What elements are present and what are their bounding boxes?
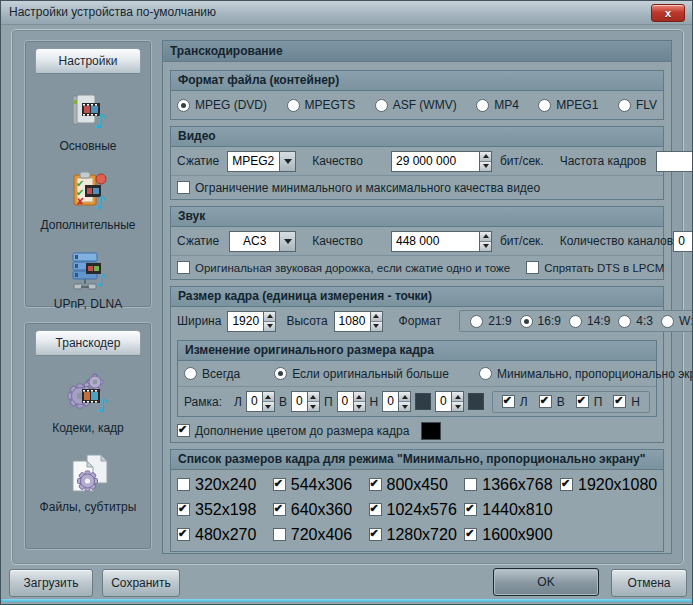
border-bottom-input[interactable]: 0 — [382, 391, 398, 412]
format-option-mp4[interactable]: MP4 — [476, 98, 519, 112]
size-option-1366x768[interactable]: 1366x768 — [464, 475, 560, 494]
size-option-480x270[interactable]: 480x270 — [177, 525, 273, 544]
spin-down-button[interactable] — [264, 322, 275, 331]
aspect-option-21-9[interactable]: 21:9 — [470, 314, 511, 328]
audio-compression-combo[interactable]: AC3 — [229, 231, 296, 252]
spin-down-button[interactable] — [480, 242, 491, 251]
sidebar-item-upnp[interactable]: ♪ UPnP, DLNA — [25, 248, 151, 311]
video-framerate-value[interactable] — [656, 151, 693, 172]
size-option-1600x900[interactable]: 1600x900 — [464, 525, 560, 544]
border-side-bottom-checkbox[interactable]: Н — [613, 395, 640, 409]
close-button[interactable]: x — [651, 4, 685, 22]
spin-up-button[interactable] — [452, 392, 463, 402]
video-compression-combo[interactable]: MPEG2 — [227, 151, 296, 172]
chevron-down-icon[interactable] — [279, 151, 296, 172]
spin-down-button[interactable] — [308, 402, 319, 411]
audio-original-checkbox[interactable]: Оригинальная звуковая дорожка, если сжат… — [177, 261, 510, 274]
cancel-button[interactable]: Отмена — [611, 569, 687, 597]
video-quality-spinner[interactable]: 29 000 000 — [391, 151, 492, 172]
spin-down-button[interactable] — [354, 402, 365, 411]
chevron-down-icon[interactable] — [279, 231, 296, 252]
height-spinner[interactable]: 1080 — [334, 311, 383, 332]
border-right-spinner[interactable]: 0 — [337, 391, 366, 412]
spin-down-button[interactable] — [371, 322, 382, 331]
aspect-option-w-h[interactable]: W:H — [661, 314, 693, 328]
border-left-spinner[interactable]: 0 — [246, 391, 275, 412]
border-top-spinner[interactable]: 0 — [291, 391, 320, 412]
spin-up-button[interactable] — [354, 392, 365, 402]
clipboard-media-icon: ✔ ✔ ✘ ♪ — [65, 169, 111, 215]
border-extra-input[interactable]: 0 — [435, 391, 451, 412]
spin-down-button[interactable] — [452, 402, 463, 411]
audio-dts-checkbox[interactable]: Спрятать DTS в LPCM — [526, 261, 664, 274]
border-top-input[interactable]: 0 — [291, 391, 307, 412]
size-option-352x198[interactable]: 352x198 — [177, 500, 273, 519]
border-bottom-spinner[interactable]: 0 — [382, 391, 411, 412]
sidebar-item-codecs[interactable]: ♪ Кодеки, кадр — [25, 372, 151, 435]
format-option-mpeg-dvd[interactable]: MPEG (DVD) — [177, 98, 267, 112]
border-color-swatch-2[interactable] — [468, 393, 484, 410]
titlebar[interactable]: Настройки устройства по-умолчанию x — [1, 1, 692, 25]
spin-down-button[interactable] — [263, 402, 274, 411]
audio-channels-input[interactable]: 0 — [673, 231, 693, 252]
sidebar-item-files[interactable]: Файлы, субтитры — [25, 451, 151, 514]
spin-up-button[interactable] — [399, 392, 410, 402]
border-side-right-checkbox[interactable]: П — [576, 395, 603, 409]
resize-option-always[interactable]: Всегда — [184, 367, 240, 381]
checkbox-label: П — [594, 395, 603, 409]
spin-up-button[interactable] — [480, 232, 491, 242]
video-compression-value[interactable]: MPEG2 — [227, 151, 279, 172]
size-option-320x240[interactable]: 320x240 — [177, 475, 273, 494]
spin-up-button[interactable] — [263, 392, 274, 402]
border-side-left-checkbox[interactable]: Л — [502, 395, 528, 409]
ok-button[interactable]: OK — [493, 568, 599, 596]
size-option-1280x720[interactable]: 1280x720 — [369, 525, 465, 544]
border-left-input[interactable]: 0 — [246, 391, 262, 412]
size-option-640x360[interactable]: 640x360 — [273, 500, 369, 519]
sidebar-item-additional[interactable]: ✔ ✔ ✘ ♪ Дополнительные — [25, 169, 151, 232]
border-side-top-checkbox[interactable]: В — [539, 395, 565, 409]
size-option-1920x1080[interactable]: 1920x1080 — [560, 475, 657, 494]
resize-option-if-larger[interactable]: Если оригинальный больше — [274, 367, 449, 381]
spin-down-button[interactable] — [399, 402, 410, 411]
video-quality-input[interactable]: 29 000 000 — [391, 151, 479, 172]
spin-down-button[interactable] — [480, 162, 491, 171]
save-button[interactable]: Сохранить — [102, 569, 180, 597]
border-right-input[interactable]: 0 — [337, 391, 353, 412]
spin-up-button[interactable] — [308, 392, 319, 402]
audio-compression-value[interactable]: AC3 — [229, 231, 279, 252]
checkbox-label: Оригинальная звуковая дорожка, если сжат… — [195, 262, 510, 274]
size-option-720x406[interactable]: 720x406 — [273, 525, 369, 544]
video-framerate-combo[interactable] — [656, 151, 693, 172]
border-color-swatch[interactable] — [415, 393, 431, 410]
audio-channels-spinner[interactable]: 0 — [673, 231, 693, 252]
aspect-option-16-9[interactable]: 16:9 — [520, 314, 561, 328]
format-option-flv[interactable]: FLV — [618, 98, 657, 112]
size-option-544x306[interactable]: 544x306 — [273, 475, 369, 494]
format-option-mpeg1[interactable]: MPEG1 — [538, 98, 598, 112]
resize-option-minimal[interactable]: Минимально, пропорционально экрану — [479, 367, 693, 381]
sidebar-tab-settings[interactable]: Настройки — [35, 48, 141, 74]
load-button[interactable]: Загрузить — [9, 569, 93, 597]
border-extra-spinner[interactable]: 0 — [435, 391, 464, 412]
size-option-1440x810[interactable]: 1440x810 — [464, 500, 560, 519]
format-option-asf-wmv[interactable]: ASF (WMV) — [375, 98, 457, 112]
aspect-option-14-9[interactable]: 14:9 — [569, 314, 610, 328]
video-limit-checkbox[interactable]: Ограничение минимального и максимального… — [177, 181, 540, 195]
fill-color-checkbox[interactable]: Дополнение цветом до размера кадра — [177, 424, 409, 438]
sidebar-item-basic[interactable]: ♪ Основные — [25, 90, 151, 153]
format-option-mpegts[interactable]: MPEGTS — [287, 98, 356, 112]
audio-quality-spinner[interactable]: 448 000 — [391, 231, 492, 252]
spin-up-button[interactable] — [371, 312, 382, 322]
sidebar-tab-transcoder[interactable]: Транскодер — [35, 330, 141, 356]
size-option-800x450[interactable]: 800x450 — [369, 475, 465, 494]
audio-quality-input[interactable]: 448 000 — [391, 231, 479, 252]
width-spinner[interactable]: 1920 — [227, 311, 276, 332]
width-input[interactable]: 1920 — [227, 311, 263, 332]
size-option-1024x576[interactable]: 1024x576 — [369, 500, 465, 519]
aspect-option-4-3[interactable]: 4:3 — [618, 314, 653, 328]
spin-up-button[interactable] — [480, 152, 491, 162]
spin-up-button[interactable] — [264, 312, 275, 322]
fill-color-swatch[interactable] — [421, 422, 441, 440]
height-input[interactable]: 1080 — [334, 311, 370, 332]
